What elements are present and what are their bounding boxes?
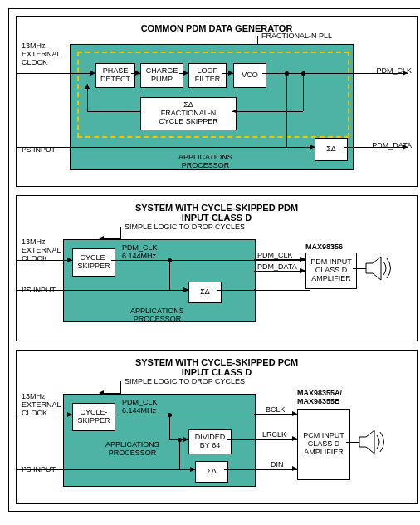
ext-clock-label-3: 13MHz EXTERNAL CLOCK	[22, 392, 61, 417]
title-common: COMMON PDM DATA GENERATOR	[22, 23, 412, 33]
clk-label: PDM_CLK 6.144MHz	[122, 243, 158, 260]
title-pcm: SYSTEM WITH CYCLE-SKIPPED PCM INPUT CLAS…	[22, 357, 412, 377]
sigma-delta-2: ΣΔ	[188, 282, 222, 303]
apps-proc-label-3: APPLICATIONS PROCESSOR	[105, 440, 159, 457]
pll-callout: FRACTIONAL-N PLL	[261, 32, 332, 40]
app-processor-2: CYCLE- SKIPPER ΣΔ PDM_CLK 6.144MHz APPLI…	[63, 239, 256, 322]
part-max98355: MAX98355A/ MAX98355B	[297, 389, 342, 405]
clk-label-2: PDM_CLK 6.144MHz	[122, 398, 158, 415]
drop-label: SIMPLE LOGIC TO DROP CYCLES	[125, 223, 245, 231]
panel-common: COMMON PDM DATA GENERATOR FRACTIONAL-N P…	[16, 16, 418, 187]
app-processor: PHASE DETECT CHARGE PUMP LOOP FILTER VCO…	[70, 44, 354, 170]
pdm-data-sig: PDM_DATA	[257, 262, 297, 271]
lrclk-sig: LRCLK	[262, 430, 286, 439]
loop-filter: LOOP FILTER	[188, 63, 227, 88]
cycle-skipper-2: CYCLE- SKIPPER	[72, 403, 115, 431]
part-max98356: MAX98356	[305, 243, 343, 251]
speaker-icon	[365, 254, 393, 282]
amp-pdm: PDM INPUT CLASS D AMPLIFIER	[305, 253, 357, 289]
pdm-clk-sig: PDM_CLK	[257, 251, 293, 259]
divided-64: DIVIDED BY 64	[188, 429, 232, 454]
cycle-skipper: CYCLE- SKIPPER	[72, 248, 115, 277]
bclk-sig: BCLK	[266, 405, 286, 414]
sigma-delta: ΣΔ	[315, 138, 348, 161]
drop-label-2: SIMPLE LOGIC TO DROP CYCLES	[125, 377, 245, 385]
figure-frame: COMMON PDM DATA GENERATOR FRACTIONAL-N P…	[8, 8, 420, 512]
app-processor-3: CYCLE- SKIPPER DIVIDED BY 64 ΣΔ PDM_CLK …	[63, 394, 256, 487]
din-sig: DIN	[271, 460, 284, 469]
charge-pump: CHARGE PUMP	[140, 63, 183, 88]
vco: VCO	[233, 63, 266, 88]
panel-pdm: SYSTEM WITH CYCLE-SKIPPED PDM INPUT CLAS…	[16, 195, 418, 341]
ext-clock-label: 13MHz EXTERNAL CLOCK	[22, 42, 61, 66]
apps-proc-label: APPLICATIONS PROCESSOR	[178, 153, 232, 169]
speaker-icon-2	[359, 428, 387, 456]
phase-detect: PHASE DETECT	[95, 63, 135, 88]
apps-proc-label-2: APPLICATIONS PROCESSOR	[130, 307, 184, 323]
ext-clock-label-2: 13MHz EXTERNAL CLOCK	[22, 238, 61, 262]
fractional-n: ΣΔ FRACTIONAL-N CYCLE SKIPPER	[140, 97, 237, 130]
amp-pcm: PCM INPUT CLASS D AMPLIFIER	[297, 409, 350, 480]
title-pdm: SYSTEM WITH CYCLE-SKIPPED PDM INPUT CLAS…	[22, 203, 412, 223]
panel-pcm: SYSTEM WITH CYCLE-SKIPPED PCM INPUT CLAS…	[16, 350, 418, 504]
sigma-delta-3: ΣΔ	[195, 461, 228, 483]
